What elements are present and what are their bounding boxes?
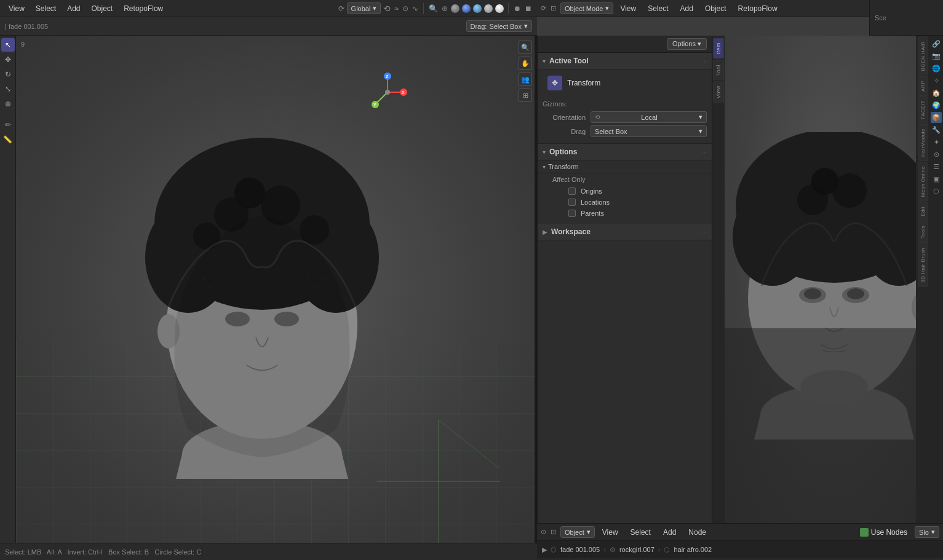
breadcrumb-hair: hair afro.002 [674, 546, 712, 553]
header-toolbar-left: | fade 001.005 Drag: Select Box ▾ [0, 17, 537, 36]
tool-move[interactable]: ✥ [1, 53, 15, 66]
view-layer-icon[interactable]: ✧ [931, 75, 942, 86]
breadcrumb-fade: fade 001.005 [560, 546, 600, 553]
origins-checkbox-row: Origins [538, 186, 712, 197]
sphere-icon-2 [462, 4, 471, 13]
origins-label: Origins [581, 187, 602, 195]
menu-select[interactable]: Select [31, 2, 61, 15]
right-menu-retopoflow[interactable]: RetopoFlow [733, 2, 782, 15]
data-icon[interactable]: ▣ [931, 173, 942, 184]
right-addon-tabs: BGEN HAIR ARP FACEIT HairModule Mesh Onl… [916, 36, 929, 523]
object-mode-selector[interactable]: Object Mode▾ [560, 2, 613, 14]
options-section-header[interactable]: ▾ Options ··· [538, 144, 712, 160]
drag-select[interactable]: Drag: Select Box ▾ [466, 20, 533, 32]
vtab-tool[interactable]: Tool [713, 60, 724, 81]
right-menu-add[interactable]: Add [675, 2, 698, 15]
particles-icon[interactable]: ✦ [931, 136, 942, 148]
tool-scale[interactable]: ⤡ [1, 82, 15, 96]
material-icon[interactable]: ⬡ [931, 186, 942, 197]
grid-icon[interactable]: ⊞ [519, 89, 532, 102]
camera-icon[interactable]: 👥 [519, 73, 532, 86]
locations-checkbox[interactable] [568, 199, 576, 206]
slot-selector[interactable]: Slo▾ [915, 526, 939, 538]
sphere-icon-4 [484, 4, 493, 13]
node-menu-select[interactable]: Select [626, 526, 656, 538]
vtab-mesh-online[interactable]: Mesh Online [918, 162, 928, 201]
vtab-arp[interactable]: ARP [918, 76, 928, 96]
node-menu-node[interactable]: Node [683, 526, 711, 538]
status-info: Select: LMB All: A Invert: Ctrl-I Box Se… [5, 548, 201, 556]
gizmos-label: Gizmos: [543, 100, 707, 108]
parents-checkbox-row: Parents [538, 208, 712, 219]
tool-rotate[interactable]: ↻ [1, 68, 15, 81]
tool-transform[interactable]: ⊕ [1, 97, 15, 111]
svg-point-15 [209, 286, 210, 288]
svg-text:Y: Y [373, 103, 376, 107]
origins-checkbox[interactable] [568, 187, 576, 195]
node-menu-view[interactable]: View [597, 526, 623, 538]
viewport-gizmo[interactable]: Z Y X [368, 73, 408, 114]
tool-cursor[interactable]: ↖ [1, 38, 15, 52]
tool-annotate[interactable]: ✏ [1, 118, 15, 132]
main-viewport[interactable]: Z Y X 🔍 ✋ 👥 ⊞ 9 [16, 36, 537, 543]
renderprop-icon[interactable]: 📷 [931, 50, 942, 61]
frame-number: 9 [21, 41, 25, 48]
drag-select-box[interactable]: Select Box ▾ [591, 125, 707, 137]
svg-point-7 [234, 178, 265, 208]
use-nodes-checkbox[interactable] [860, 528, 869, 537]
constraints-icon[interactable]: ☰ [931, 161, 942, 172]
tool-measure[interactable]: 📏 [1, 133, 15, 146]
vertical-tabs: Item Tool View [712, 36, 725, 543]
menu-object[interactable]: Object [87, 2, 118, 15]
vtab-hairmodule[interactable]: HairModule [918, 124, 928, 161]
sphere-icon-5 [495, 4, 504, 13]
physics-icon[interactable]: ⊙ [931, 149, 942, 160]
grid-lines [377, 420, 500, 543]
world-icon[interactable]: 🌍 [931, 100, 942, 111]
options-dots: ··· [702, 149, 707, 156]
active-tool-section-header[interactable]: ▾ Active Tool ··· [538, 53, 712, 69]
vtab-edit[interactable]: Edit [918, 202, 928, 221]
viewport-divider[interactable] [535, 36, 537, 543]
right-menu-object[interactable]: Object [700, 2, 731, 15]
viewport-selection-overlay [725, 328, 943, 523]
node-object-selector[interactable]: Object▾ [560, 526, 595, 538]
workspace-dots: ··· [702, 229, 707, 235]
vtab-item[interactable]: Item [713, 38, 724, 59]
right-viewport[interactable] [725, 36, 943, 523]
active-tool-title: Active Tool [549, 57, 589, 65]
transform-row[interactable]: ✥ Transform [543, 73, 707, 93]
drag-label: Drag: [471, 23, 487, 30]
right-menu-view[interactable]: View [615, 2, 641, 15]
scene-panel: Sce [869, 0, 943, 36]
panel-options-header: Options ▾ [538, 36, 712, 53]
svg-point-17 [328, 287, 330, 289]
options-button[interactable]: Options ▾ [667, 38, 707, 50]
vtab-bgen-hair[interactable]: BGEN HAIR [918, 37, 928, 76]
vtab-3d-hair-brush[interactable]: 3D Hair Brush [918, 243, 928, 287]
vtab-view[interactable]: View [713, 81, 724, 103]
modifier-icon[interactable]: 🔧 [931, 124, 942, 135]
slot-label: Slo [919, 529, 929, 536]
transform-subsection-header[interactable]: ▾ Transform [538, 160, 712, 173]
vtab-tools[interactable]: Tools [918, 221, 928, 243]
vtab-faceit[interactable]: FACEIT [918, 96, 928, 124]
right-menu-select[interactable]: Select [643, 2, 673, 15]
parents-checkbox[interactable] [568, 210, 576, 217]
node-toolbar: ⊙ ⊡ Object▾ View Select Add Node Use Nod… [537, 524, 943, 541]
orientation-row: Orientation ⟲ Local ▾ [543, 111, 707, 123]
output-icon[interactable]: 🌐 [931, 63, 942, 74]
hand-icon[interactable]: ✋ [519, 57, 532, 70]
node-menu-add[interactable]: Add [658, 526, 681, 538]
object-icon[interactable]: 📦 [931, 112, 942, 123]
global-selector[interactable]: Global▾ [347, 2, 381, 14]
right-viewport-bg [725, 36, 943, 523]
menu-retopoflow[interactable]: RetopoFlow [119, 2, 168, 15]
scene-icon[interactable]: 🔗 [931, 38, 942, 49]
scene-prop-icon[interactable]: 🏠 [931, 87, 942, 98]
orientation-select[interactable]: ⟲ Local ▾ [591, 111, 707, 123]
zoom-icon[interactable]: 🔍 [519, 41, 532, 54]
menu-add[interactable]: Add [62, 2, 85, 15]
workspace-section-header[interactable]: ▶ Workspace ··· [538, 224, 712, 240]
menu-view[interactable]: View [4, 2, 30, 15]
